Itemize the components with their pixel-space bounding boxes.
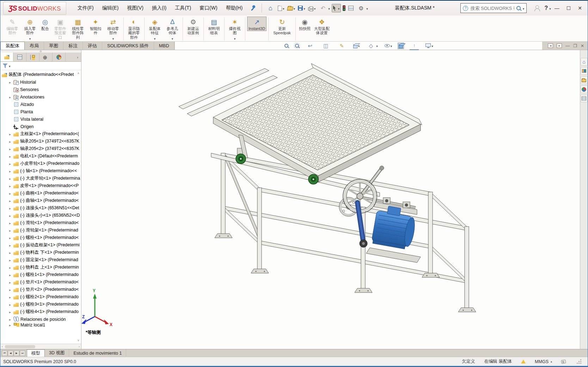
- bottom-tab[interactable]: 模型: [27, 349, 45, 357]
- command-tab[interactable]: 评估: [83, 42, 102, 50]
- search-input[interactable]: [470, 6, 514, 11]
- dropdown-caret-icon[interactable]: [314, 6, 316, 11]
- expand-arrow-icon[interactable]: [9, 213, 11, 218]
- tree-horizontal-scrollbar[interactable]: ‹ ›: [0, 344, 81, 349]
- toolbar-button[interactable]: [307, 5, 317, 12]
- search-icon[interactable]: [516, 6, 521, 10]
- panel-tab[interactable]: [26, 53, 39, 61]
- toolbar-button[interactable]: [265, 3, 276, 13]
- headsup-button[interactable]: [365, 41, 379, 51]
- scroll-right-icon[interactable]: ›: [77, 345, 81, 348]
- next-document-icon[interactable]: ▸: [557, 43, 562, 48]
- headsup-button[interactable]: [305, 41, 316, 51]
- command-tab[interactable]: 标注: [63, 42, 83, 50]
- menu-item[interactable]: 编辑(E): [99, 3, 122, 13]
- tree-item[interactable]: 小皮带轮<1> (Predeterminado: [0, 160, 81, 167]
- scrollbar-thumb[interactable]: [5, 345, 35, 348]
- filter-funnel-icon[interactable]: [2, 64, 8, 68]
- tree-item[interactable]: (-) 垫片<1> (Predeterminado<: [0, 278, 81, 286]
- expand-arrow-icon[interactable]: [9, 176, 11, 181]
- headsup-button[interactable]: [294, 43, 300, 48]
- expand-arrow-icon[interactable]: [9, 161, 11, 166]
- tree-item[interactable]: (-) 曲柄<1> (Predeterminado<: [0, 189, 81, 197]
- expand-arrow-icon[interactable]: [9, 228, 11, 233]
- user-account-icon[interactable]: [534, 5, 540, 11]
- scroll-left-icon[interactable]: ‹: [0, 345, 4, 348]
- expand-arrow-icon[interactable]: [9, 146, 11, 151]
- expand-arrow-icon[interactable]: [9, 295, 11, 300]
- tree-item[interactable]: Matriz local1: [0, 323, 81, 327]
- tag-icon[interactable]: [561, 359, 566, 363]
- expand-arrow-icon[interactable]: [9, 323, 11, 327]
- tree-item[interactable]: (-) 连接头小<1> (6536N52<<D: [0, 212, 81, 219]
- help-icon[interactable]: ?: [544, 5, 548, 11]
- doc-restore-button[interactable]: ❐: [573, 43, 577, 48]
- prev-study-icon[interactable]: ◀: [8, 350, 13, 356]
- tree-item[interactable]: (-) 固定架<1> (Predeterminad: [0, 256, 81, 264]
- next-study-icon[interactable]: ▶: [14, 350, 19, 356]
- headsup-button[interactable]: [320, 41, 332, 51]
- menu-item[interactable]: 帮助(H): [222, 3, 246, 13]
- expand-arrow-icon[interactable]: [9, 191, 11, 196]
- task-pane-button[interactable]: [581, 85, 588, 93]
- dropdown-caret-icon[interactable]: [338, 6, 340, 11]
- ribbon-button[interactable]: 装配体特征: [146, 17, 163, 41]
- doc-minimize-button[interactable]: —: [565, 43, 570, 48]
- graphics-viewport[interactable]: Y X Z *等轴测: [81, 50, 580, 349]
- headsup-button[interactable]: [283, 43, 289, 48]
- dropdown-caret-icon[interactable]: [283, 6, 284, 11]
- expand-arrow-icon[interactable]: [9, 287, 11, 292]
- toolbar-button[interactable]: [297, 5, 306, 12]
- tree-item[interactable]: 轴承205<2> (3749T2<<6357K: [0, 145, 81, 152]
- panel-tab[interactable]: [39, 53, 53, 61]
- expand-arrow-icon[interactable]: [9, 154, 11, 159]
- dropdown-caret-icon[interactable]: [154, 36, 156, 41]
- command-tab[interactable]: 布局: [25, 42, 44, 50]
- dropdown-caret-icon[interactable]: [304, 6, 305, 11]
- toolbar-button[interactable]: [277, 5, 286, 12]
- help-search-box[interactable]: ?: [460, 3, 527, 13]
- dropdown-caret-icon[interactable]: [29, 36, 31, 41]
- tree-item[interactable]: (-) 振动盘框架<1> (Predetermi: [0, 241, 81, 249]
- panel-tabs-overflow[interactable]: ›: [74, 53, 81, 61]
- tree-item[interactable]: (-) 滑轮<1> (Predeterminado<: [0, 219, 81, 227]
- dropdown-caret-icon[interactable]: [172, 36, 173, 41]
- dropdown-caret-icon[interactable]: [234, 36, 236, 41]
- ribbon-button[interactable]: 爆炸视图: [226, 17, 243, 41]
- tree-item[interactable]: (-) 螺栓4<1> (Predeterminado: [0, 308, 81, 315]
- tree-item[interactable]: (-) 大皮带轮<1> (Predetermina: [0, 175, 81, 182]
- tree-item[interactable]: (-) 垫片<2> (Predeterminado<: [0, 286, 81, 293]
- menu-item[interactable]: 插入(I): [148, 3, 170, 13]
- dropdown-caret-icon[interactable]: [431, 43, 433, 48]
- ribbon-button[interactable]: 更新 Speedpak: [270, 17, 294, 36]
- ribbon-button[interactable]: 线性零部件阵列: [69, 17, 86, 46]
- dropdown-caret-icon[interactable]: [328, 6, 330, 11]
- panel-tab[interactable]: [53, 53, 66, 61]
- toolbar-button[interactable]: [286, 5, 296, 12]
- tree-item[interactable]: Relaciones de posición: [0, 315, 81, 323]
- panel-resize-grip[interactable]: [0, 50, 81, 53]
- toolbar-button[interactable]: [342, 4, 347, 12]
- command-tab[interactable]: 草图: [44, 42, 63, 50]
- expand-arrow-icon[interactable]: [9, 317, 11, 322]
- maximize-button[interactable]: ☐: [563, 4, 575, 12]
- ribbon-button[interactable]: 智能扣件: [87, 17, 104, 36]
- tree-vertical-scrollbar[interactable]: ˄ ˅: [76, 70, 81, 344]
- tree-item[interactable]: Historial: [0, 78, 81, 86]
- tree-item[interactable]: Sensores: [0, 86, 81, 93]
- panel-tab[interactable]: [13, 53, 26, 61]
- expand-arrow-icon[interactable]: [9, 221, 11, 225]
- tree-item[interactable]: Anotaciones: [0, 93, 81, 101]
- dropdown-caret-icon[interactable]: [391, 43, 392, 48]
- model-view[interactable]: Y X Z: [81, 50, 579, 349]
- tree-item[interactable]: (-) 物料盘 上<1> (Predetermin: [0, 264, 81, 271]
- command-tab[interactable]: SOLIDWORKS 插件: [102, 42, 154, 50]
- tree-item[interactable]: (-) 曲轴<1> (Predeterminado<: [0, 197, 81, 204]
- headsup-button[interactable]: [384, 42, 393, 49]
- headsup-button[interactable]: [424, 42, 434, 49]
- ribbon-button[interactable]: 材料明细表: [206, 17, 222, 36]
- resize-grip[interactable]: [577, 360, 581, 364]
- last-study-icon[interactable]: ⏭: [20, 350, 25, 356]
- close-button[interactable]: ✕: [574, 4, 586, 12]
- expand-arrow-icon[interactable]: [9, 265, 11, 270]
